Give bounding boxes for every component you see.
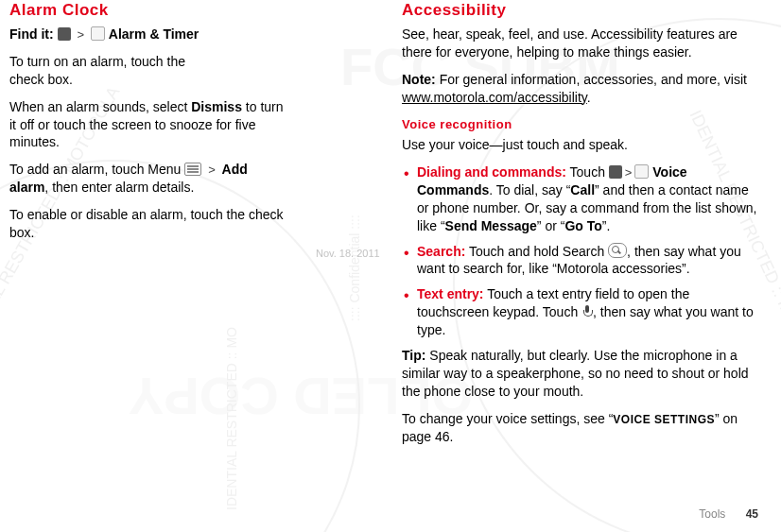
bullet-search: Search: Touch and hold Search , then say… (417, 243, 760, 279)
search-icon (608, 243, 627, 258)
gt-icon: > (74, 27, 87, 42)
bullet-text-entry: Text entry: Touch a text entry field to … (417, 285, 760, 339)
page-content: Alarm Clock Find it: > Alarm & Timer To … (0, 0, 781, 455)
accessibility-intro: See, hear, speak, feel, and use. Accessi… (402, 26, 760, 61)
find-it-line: Find it: > Alarm & Timer (9, 26, 379, 43)
alarm-p1: To turn on an alarm, touch the check box… (9, 53, 217, 89)
alarm-p3: To add an alarm, touch Menu > Add alarm,… (9, 161, 284, 197)
alarm-app-icon (91, 26, 105, 41)
voice-tip: Tip: Speak naturally, but clearly. Use t… (402, 347, 760, 401)
menu-icon (184, 163, 201, 176)
mic-icon (581, 305, 593, 318)
apps-icon (58, 27, 71, 41)
voice-settings-xref: Voice settings (613, 413, 715, 426)
voice-recognition-heading: Voice recognition (402, 116, 760, 133)
accessibility-link[interactable]: www.motorola.com/accessibility (402, 90, 587, 105)
footer-page-number: 45 (746, 507, 758, 521)
find-it-label: Find it: (9, 26, 54, 42)
accessibility-heading: Accessibility (402, 0, 760, 22)
bullet-dialing: Dialing and commands: Touch > Voice Comm… (417, 163, 760, 235)
alarm-p4: To enable or disable an alarm, touch the… (9, 206, 293, 242)
alarm-timer-label: Alarm & Timer (109, 26, 199, 42)
voice-commands-icon (634, 164, 649, 179)
voice-settings-ref: To change your voice settings, see “Voic… (402, 410, 760, 446)
alarm-p2: When an alarm sounds, select Dismiss to … (9, 98, 284, 152)
accessibility-note: Note: For general information, accessori… (402, 71, 760, 107)
right-column: Accessibility See, hear, speak, feel, an… (390, 0, 772, 455)
page-footer: Tools 45 (699, 507, 758, 521)
voice-intro: Use your voice—just touch and speak. (402, 136, 760, 154)
footer-section: Tools (699, 507, 725, 521)
left-column: Alarm Clock Find it: > Alarm & Timer To … (9, 0, 390, 455)
alarm-clock-heading: Alarm Clock (9, 0, 379, 22)
voice-bullet-list: Dialing and commands: Touch > Voice Comm… (402, 163, 760, 339)
apps-icon (609, 165, 622, 179)
